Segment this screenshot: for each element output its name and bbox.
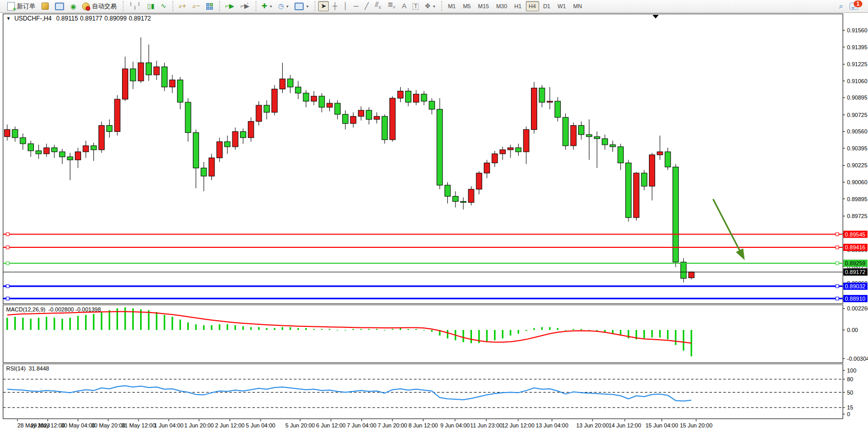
macd-bar xyxy=(101,312,102,330)
hline-handle[interactable] xyxy=(6,233,9,236)
hline-handle[interactable] xyxy=(836,297,839,300)
tile-windows-button[interactable] xyxy=(204,1,215,11)
candle-up xyxy=(649,155,655,186)
candlestick-chart-button[interactable]: ▯▮ xyxy=(145,1,157,11)
candle-up xyxy=(75,152,81,160)
text-label-button[interactable]: T xyxy=(410,1,421,11)
candle-down xyxy=(579,126,584,135)
zoom-out-button[interactable]: ⌕− xyxy=(190,1,203,11)
notifications-button[interactable]: 1 xyxy=(847,1,861,11)
macd-bar xyxy=(53,318,55,330)
candle-up xyxy=(390,98,396,140)
main-pane xyxy=(3,14,843,304)
timeframe-button-M30[interactable]: M30 xyxy=(493,1,510,11)
chart-shift-button[interactable]: ⌐▶̍ xyxy=(238,1,252,11)
new-order-label: 新订单 xyxy=(17,2,35,11)
cursor-button[interactable]: ➤ xyxy=(318,1,329,11)
templates-button[interactable]: ▾ xyxy=(292,1,311,11)
candle-up xyxy=(216,142,222,158)
macd-bar xyxy=(337,330,338,330)
timeframe-button-M5[interactable]: M5 xyxy=(460,1,474,11)
new-order-button[interactable]: 新订单 xyxy=(5,1,38,11)
hline-handle[interactable] xyxy=(6,246,9,249)
rsi-value: 31.8448 xyxy=(29,365,49,372)
equidistant-channel-button[interactable]: ⫻E xyxy=(372,1,384,11)
macd-bar xyxy=(38,318,40,330)
zoom-in-button[interactable]: ⌕+ xyxy=(176,1,189,11)
chevron-down-icon: ▾ xyxy=(286,4,288,9)
price-axis[interactable] xyxy=(843,14,868,419)
macd-bar xyxy=(652,330,653,338)
hline-handle[interactable] xyxy=(6,297,9,300)
hline-handle[interactable] xyxy=(6,285,9,288)
candle-down xyxy=(303,93,309,101)
candle-down xyxy=(539,88,545,103)
fibonacci-button[interactable]: ≣F xyxy=(385,1,399,11)
macd-bar xyxy=(329,329,330,330)
hline-handle[interactable] xyxy=(836,246,839,249)
low-value: 0.89099 xyxy=(104,15,126,22)
candle-down xyxy=(681,262,686,279)
timeframe-button-H4[interactable]: H4 xyxy=(526,1,539,11)
timeframe-button-MN[interactable]: MN xyxy=(570,1,585,11)
hline-handle[interactable] xyxy=(836,262,839,265)
macd-bar xyxy=(313,329,314,330)
trendline-button[interactable]: ╱ xyxy=(362,1,371,11)
toolbox-button[interactable] xyxy=(39,1,51,11)
macd-bar xyxy=(407,329,409,330)
macd-bar xyxy=(195,324,196,330)
line-chart-button[interactable]: ∿ xyxy=(158,1,169,11)
market-watch-button[interactable] xyxy=(52,1,67,11)
macd-bar xyxy=(187,322,189,330)
macd-bar xyxy=(596,330,598,331)
arrows-tool-button[interactable]: ✥▾ xyxy=(422,1,438,11)
search-icon: ⌕ xyxy=(839,3,843,10)
macd-bar xyxy=(384,330,385,330)
hline-handle[interactable] xyxy=(6,262,9,265)
arrows-icon: ✥ xyxy=(425,3,430,10)
bar-chart-button[interactable]: ╵╷╵ xyxy=(126,1,143,11)
timeframe-button-H1[interactable]: H1 xyxy=(511,1,525,11)
timeframe-button-M1[interactable]: M1 xyxy=(445,1,459,11)
macd-bar xyxy=(258,327,260,330)
timeframe-button-W1[interactable]: W1 xyxy=(555,1,569,11)
time-axis[interactable] xyxy=(3,420,843,430)
candle-up xyxy=(154,67,160,75)
timeframe-button-D1[interactable]: D1 xyxy=(540,1,554,11)
candle-down xyxy=(334,103,340,114)
indicators-icon: ✚ xyxy=(262,3,267,10)
timeframe-button-M15[interactable]: M15 xyxy=(475,1,492,11)
signals-button[interactable]: ◉ xyxy=(68,1,78,11)
macd-bar xyxy=(85,315,87,330)
macd-bar xyxy=(289,327,291,330)
collapse-triangle-icon[interactable]: ▼ xyxy=(6,16,11,21)
crosshair-button[interactable]: ┼ xyxy=(330,1,340,11)
open-value: 0.89115 xyxy=(56,15,78,22)
pane-resize-handle[interactable] xyxy=(3,304,843,305)
candle-down xyxy=(240,131,246,138)
candle-down xyxy=(91,146,96,150)
autotrading-button[interactable]: 自动交易 xyxy=(80,1,119,11)
candle-down xyxy=(107,126,112,132)
candle-up xyxy=(492,154,498,163)
candle-down xyxy=(51,148,57,152)
candle-down xyxy=(193,132,199,168)
horizontal-line-button[interactable]: ─ xyxy=(351,1,361,11)
candle-down xyxy=(67,157,73,160)
symbol-period-label: USDCHF-,H4 xyxy=(14,15,52,22)
periods-button[interactable]: ◷▾ xyxy=(275,1,291,11)
chevron-down-icon: ▾ xyxy=(433,4,435,9)
indicators-button[interactable]: ✚▾ xyxy=(259,1,274,11)
auto-scroll-button[interactable]: ⌐▶ xyxy=(223,1,237,11)
vertical-line-button[interactable]: │ xyxy=(341,1,350,11)
trading-terminal-window: 新订单 ◉ 自动交易 ╵╷╵ ▯▮ ∿ ⌕+ ⌕− ⌐▶ ⌐▶̍ ✚▾ ◷▾ xyxy=(0,0,868,430)
search-button[interactable]: ⌕ xyxy=(837,1,846,11)
pane-resize-handle[interactable] xyxy=(3,363,843,364)
macd-bar xyxy=(46,317,47,330)
hline-handle[interactable] xyxy=(836,285,839,288)
candle-up xyxy=(280,79,285,89)
hline-handle[interactable] xyxy=(836,233,839,236)
tile-windows-icon xyxy=(206,3,213,10)
text-tool-button[interactable]: A xyxy=(399,1,409,11)
macd-bar xyxy=(518,330,519,334)
